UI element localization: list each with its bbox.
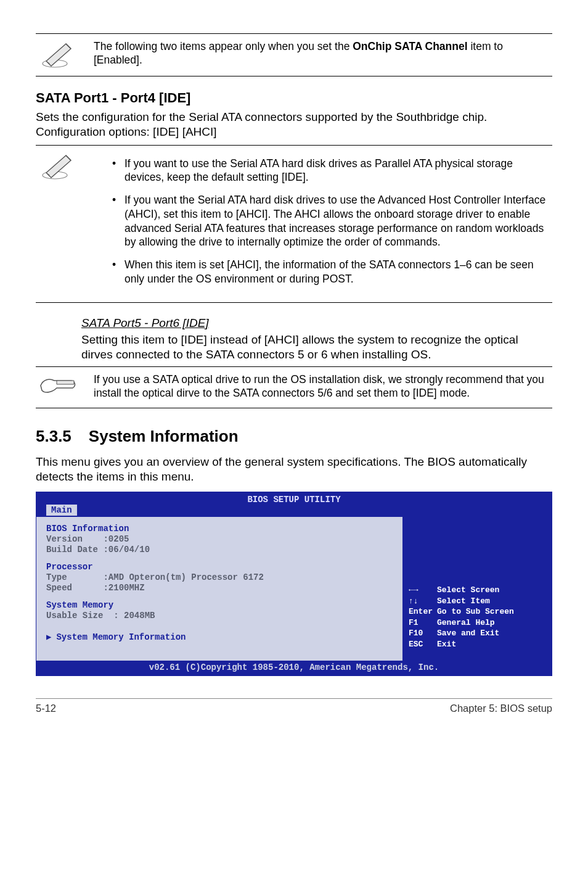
bullet-ide: If you want to use the Serial ATA hard d… — [115, 157, 552, 185]
tab-main[interactable]: Main — [46, 505, 77, 516]
chapter-label: Chapter 5: BIOS setup — [450, 703, 552, 714]
note-text-bold: OnChip SATA Channel — [353, 40, 467, 52]
pen-icon — [36, 40, 81, 68]
note-optical-drive: If you use a SATA optical drive to run t… — [36, 366, 552, 408]
para-sata-port5-6: Setting this item to [IDE] instead of [A… — [81, 332, 552, 363]
heading-sata-port5-6: SATA Port5 - Port6 [IDE] — [81, 316, 552, 330]
note-text: If you use a SATA optical drive to run t… — [94, 373, 552, 400]
bios-setup-utility: BIOS SETUP UTILITY Main BIOS Information… — [36, 492, 552, 676]
row-usable-size: Usable Size : 2048MB — [46, 611, 393, 621]
row-proc-speed: Speed :2100MHZ — [46, 583, 393, 593]
help-save-exit: F10Save and Exit — [409, 628, 545, 639]
pointing-hand-icon — [36, 373, 81, 398]
bullet-ahci: If you want the Serial ATA hard disk dri… — [115, 193, 552, 249]
heading-title: System Information — [89, 427, 239, 445]
label-system-memory: System Memory — [46, 600, 393, 610]
bullet-ahci-info: When this item is set [AHCI], the inform… — [115, 258, 552, 286]
bios-tabbar: Main — [36, 505, 552, 517]
help-select-screen: ←→Select Screen — [409, 585, 545, 596]
para-sata-port1-4: Sets the configuration for the Serial AT… — [36, 110, 552, 140]
submenu-system-memory-info[interactable]: ▶System Memory Information — [46, 632, 393, 642]
bios-copyright: v02.61 (C)Copyright 1985-2010, American … — [36, 661, 552, 675]
note-sata-config: If you want to use the Serial ATA hard d… — [36, 145, 552, 303]
sata-port5-6-block: SATA Port5 - Port6 [IDE] Setting this it… — [36, 316, 552, 363]
note-text-before: The following two items appear only when… — [94, 40, 353, 52]
help-go-sub: EnterGo to Sub Screen — [409, 606, 545, 617]
note-onchip-sata: The following two items appear only when… — [36, 33, 552, 76]
help-select-item: ↑↓Select Item — [409, 596, 545, 607]
heading-number: 5.3.5 — [36, 427, 71, 446]
row-build-date: Build Date :06/04/10 — [46, 545, 393, 555]
pen-icon — [36, 152, 81, 180]
page-footer: 5-12 Chapter 5: BIOS setup — [36, 698, 552, 714]
help-exit: ESCExit — [409, 639, 545, 650]
label-processor: Processor — [46, 562, 393, 572]
help-general: F1General Help — [409, 617, 545, 629]
bios-title: BIOS SETUP UTILITY — [36, 492, 552, 505]
heading-sata-port1-4: SATA Port1 - Port4 [IDE] — [36, 90, 552, 106]
para-5-3-5: This menu gives you an overview of the g… — [36, 455, 552, 485]
note-text: The following two items appear only when… — [94, 40, 552, 67]
bios-help-panel: ←→Select Screen ↑↓Select Item EnterGo to… — [402, 517, 552, 661]
label-bios-information: BIOS Information — [46, 524, 393, 534]
row-version: Version :0205 — [46, 534, 393, 544]
triangle-right-icon: ▶ — [46, 632, 51, 642]
page-number: 5-12 — [36, 703, 56, 714]
heading-5-3-5: 5.3.5System Information — [36, 427, 552, 446]
row-proc-type: Type :AMD Opteron(tm) Processor 6172 — [46, 572, 393, 582]
bios-main-panel: BIOS Information Version :0205 Build Dat… — [36, 517, 402, 661]
note-bullets: If you want to use the Serial ATA hard d… — [94, 152, 552, 295]
